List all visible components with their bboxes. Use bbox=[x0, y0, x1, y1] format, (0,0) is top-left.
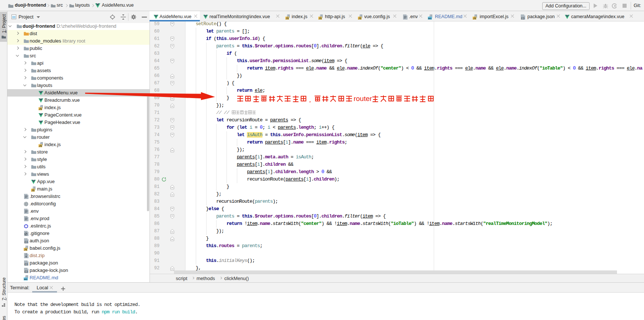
svg-text:JS: JS bbox=[473, 17, 476, 20]
svg-text:{;}: {;} bbox=[24, 270, 28, 273]
svg-text:{;}: {;} bbox=[521, 16, 524, 20]
svg-text:JS: JS bbox=[39, 145, 42, 147]
svg-text:JS: JS bbox=[358, 17, 362, 20]
svg-text:MD: MD bbox=[428, 17, 432, 20]
svg-text:JS: JS bbox=[31, 189, 35, 192]
svg-text:MD: MD bbox=[24, 278, 28, 280]
svg-text:JS: JS bbox=[24, 248, 27, 251]
svg-text:JS: JS bbox=[286, 17, 289, 20]
svg-text:{;}: {;} bbox=[24, 262, 28, 266]
svg-text:JS: JS bbox=[319, 17, 322, 20]
svg-text:JS: JS bbox=[39, 108, 42, 110]
svg-text:{;}: {;} bbox=[24, 240, 28, 243]
